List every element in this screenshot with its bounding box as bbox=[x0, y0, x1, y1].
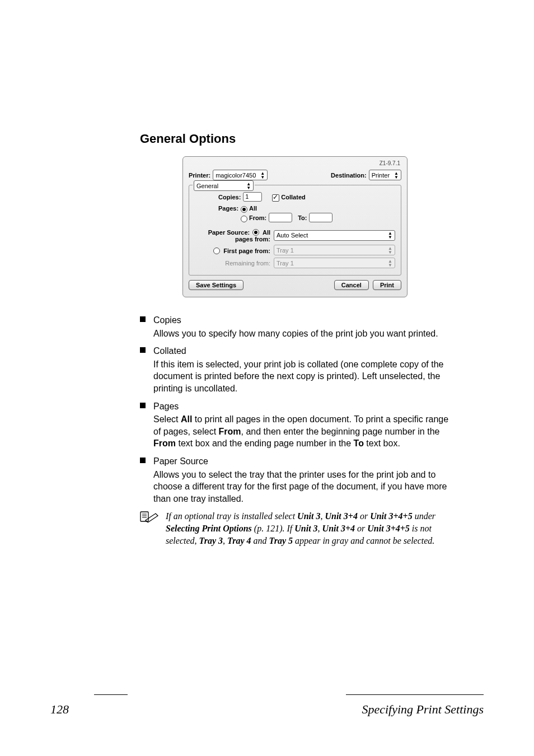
first-page-label: First page from: bbox=[223, 248, 270, 254]
section-title: Specifying Print Settings bbox=[362, 702, 484, 717]
updown-icon: ▲▼ bbox=[388, 231, 392, 239]
tab-select-value: General bbox=[196, 183, 218, 189]
pages-label: Pages: bbox=[218, 205, 238, 212]
t: All bbox=[181, 414, 192, 424]
bullet-icon bbox=[140, 316, 146, 322]
destination-select-value: Printer bbox=[372, 172, 390, 179]
paper-source-label-text: Paper Source: bbox=[208, 229, 250, 236]
all-pages-select-value: Auto Select bbox=[277, 232, 383, 239]
pages-from-label: From: bbox=[249, 214, 266, 221]
section-heading: General Options bbox=[140, 132, 450, 146]
svg-rect-0 bbox=[140, 512, 148, 521]
t: To bbox=[354, 438, 364, 448]
page-number: 128 bbox=[50, 702, 69, 717]
bullet-icon bbox=[140, 347, 146, 353]
t: and bbox=[251, 536, 269, 545]
t: Tray 4 bbox=[227, 536, 251, 545]
printer-label: Printer: bbox=[189, 172, 210, 179]
pages-from-radio[interactable] bbox=[241, 216, 247, 222]
printer-select-value: magicolor7450 bbox=[216, 172, 256, 179]
bullet-icon bbox=[140, 458, 146, 463]
updown-icon: ▲▼ bbox=[388, 259, 392, 267]
t: under bbox=[413, 511, 435, 521]
item-title: Copies bbox=[153, 314, 450, 326]
destination-select[interactable]: Printer ▲▼ bbox=[369, 170, 401, 180]
item-body: Select All to print all pages in the ope… bbox=[153, 414, 448, 448]
item-title: Paper Source bbox=[153, 455, 450, 468]
t: appear in gray and cannot be selected. bbox=[293, 536, 434, 545]
footer-rule bbox=[94, 694, 128, 695]
item-body: Allows you to select the tray that the p… bbox=[153, 470, 447, 503]
t: If an optional tray is installed select bbox=[166, 511, 297, 521]
t: From bbox=[219, 427, 241, 436]
print-dialog: Z1-9.7.1 Printer: magicolor7450 ▲▼ Desti… bbox=[182, 156, 407, 297]
all-pages-select[interactable]: Auto Select ▲▼ bbox=[274, 230, 395, 241]
note-icon bbox=[140, 510, 159, 526]
list-item: Pages Select All to print all pages in t… bbox=[140, 400, 450, 450]
t: Unit 3+4+5 bbox=[370, 511, 413, 521]
copies-label: Copies: bbox=[218, 194, 241, 200]
pages-from-input[interactable] bbox=[269, 213, 292, 222]
printer-select[interactable]: magicolor7450 ▲▼ bbox=[213, 170, 268, 180]
dialog-version: Z1-9.7.1 bbox=[189, 160, 400, 166]
t: (p. 121). If bbox=[252, 524, 294, 533]
t: text box. bbox=[364, 438, 400, 448]
list-item: Collated If this item is selected, your … bbox=[140, 345, 450, 394]
t: Unit 3 bbox=[297, 511, 320, 521]
t: Unit 3+4 bbox=[325, 511, 357, 521]
updown-icon: ▲▼ bbox=[394, 171, 399, 179]
source-first-radio[interactable] bbox=[213, 248, 220, 254]
item-title: Collated bbox=[153, 345, 450, 357]
updown-icon: ▲▼ bbox=[246, 182, 251, 190]
t: text box and the ending page number in t… bbox=[176, 438, 354, 448]
destination-label: Destination: bbox=[331, 172, 367, 179]
copies-input[interactable]: 1 bbox=[243, 192, 262, 202]
option-descriptions: Copies Allows you to specify how many co… bbox=[140, 314, 450, 547]
updown-icon: ▲▼ bbox=[260, 171, 265, 179]
item-body: If this item is selected, your print job… bbox=[153, 360, 443, 393]
t: or bbox=[358, 511, 370, 521]
updown-icon: ▲▼ bbox=[388, 246, 392, 254]
t: Tray 3 bbox=[199, 536, 223, 545]
list-item: Paper Source Allows you to select the tr… bbox=[140, 455, 450, 505]
first-page-select-value: Tray 1 bbox=[277, 247, 383, 254]
print-button[interactable]: Print bbox=[373, 280, 401, 290]
cancel-button[interactable]: Cancel bbox=[334, 280, 369, 290]
t: or bbox=[355, 524, 367, 533]
t: Select bbox=[153, 414, 181, 424]
note: If an optional tray is installed select … bbox=[140, 510, 450, 547]
remaining-select-value: Tray 1 bbox=[277, 260, 383, 267]
paper-source-label: Paper Source: All pages from: bbox=[195, 228, 274, 242]
t: Selecting Print Options bbox=[166, 524, 252, 533]
remaining-label: Remaining from: bbox=[195, 260, 274, 267]
footer-rule bbox=[346, 694, 484, 695]
first-page-select: Tray 1 ▲▼ bbox=[274, 245, 395, 255]
collated-label: Collated bbox=[281, 194, 305, 200]
t: From bbox=[153, 438, 176, 448]
source-all-radio[interactable] bbox=[252, 229, 259, 236]
pages-to-label: To: bbox=[298, 214, 307, 221]
item-body: Allows you to specify how many copies of… bbox=[153, 329, 438, 338]
t: , bbox=[223, 536, 227, 545]
collated-checkbox[interactable] bbox=[272, 194, 279, 202]
general-fieldset: General ▲▼ Copies: 1 Collated Pages: All bbox=[189, 185, 401, 276]
t: Unit 3+4+5 bbox=[367, 524, 410, 533]
t: Unit 3 bbox=[294, 524, 317, 533]
list-item: Copies Allows you to specify how many co… bbox=[140, 314, 450, 339]
remaining-select: Tray 1 ▲▼ bbox=[274, 258, 395, 268]
t: , and then enter the beginning page numb… bbox=[241, 427, 440, 436]
item-title: Pages bbox=[153, 400, 450, 413]
pages-to-input[interactable] bbox=[309, 213, 332, 222]
save-settings-button[interactable]: Save Settings bbox=[189, 280, 243, 290]
pages-all-label: All bbox=[249, 205, 257, 212]
pages-all-radio[interactable] bbox=[241, 206, 247, 213]
first-page-row: First page from: bbox=[195, 246, 274, 254]
t: Tray 5 bbox=[269, 536, 293, 545]
tab-select[interactable]: General ▲▼ bbox=[194, 180, 254, 191]
t: Unit 3+4 bbox=[322, 524, 355, 533]
page-footer: 128 Specifying Print Settings bbox=[50, 702, 484, 717]
t: , bbox=[318, 524, 322, 533]
bullet-icon bbox=[140, 403, 146, 408]
